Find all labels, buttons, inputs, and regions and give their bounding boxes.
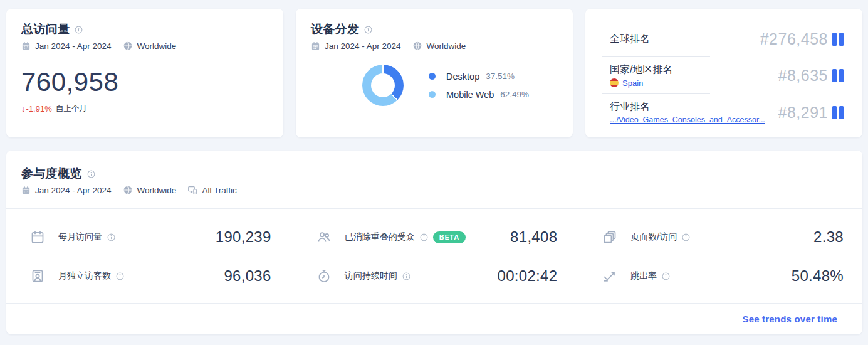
rankings-card: 全球排名 #276,458 国家/地区排名 Spain #8,635 (585, 9, 862, 137)
date-range: Jan 2024 - Apr 2024 (35, 186, 112, 195)
legend-label: Desktop (446, 72, 479, 82)
audience-icon (316, 230, 332, 245)
country-rank-value: #8,635 (778, 66, 828, 85)
metric-monthly-visits: 每月访问量 190,239 (30, 228, 271, 246)
metric-value: 96,036 (224, 267, 271, 285)
country-rank-label: 国家/地区排名 (610, 63, 672, 77)
globe-icon (123, 41, 133, 51)
industry-rank-row: 行业排名 .../Video_Games_Consoles_and_Access… (610, 94, 844, 130)
legend-percent: 62.49% (500, 90, 529, 99)
global-rank-value: #276,458 (760, 30, 828, 48)
donut-hole (371, 73, 395, 97)
metric-deduplicated-audience: 已消除重叠的受众 BETA 81,408 (316, 228, 558, 246)
globe-icon (412, 41, 422, 51)
calendar-icon (21, 41, 31, 51)
info-icon[interactable] (681, 233, 691, 242)
metric-value: 00:02:42 (498, 267, 558, 285)
desktop-legend-dot (429, 73, 436, 80)
info-icon[interactable] (402, 272, 411, 281)
legend-label: Mobile Web (446, 90, 494, 100)
info-icon[interactable] (86, 169, 96, 179)
info-icon[interactable] (74, 25, 83, 34)
info-icon[interactable] (419, 233, 429, 242)
unique-visitor-icon (30, 268, 45, 284)
industry-link[interactable]: .../Video_Games_Consoles_and_Accessor... (610, 115, 765, 124)
info-icon[interactable] (107, 233, 116, 242)
metric-label: 跳出率 (630, 270, 657, 282)
region-label: Worldwide (137, 186, 177, 195)
all-traffic-icon (187, 185, 197, 195)
legend-item-mobile-web: Mobile Web 62.49% (429, 90, 529, 100)
industry-rank-label: 行业排名 (610, 100, 765, 114)
monthly-visits-icon (30, 230, 45, 245)
metric-pages-per-visit: 页面数/访问 2.38 (602, 228, 844, 246)
region-label: Worldwide (137, 41, 177, 51)
top-cards-row: 总访问量 Jan 2024 - Apr 2024 Worldwide 760,9… (6, 9, 862, 137)
metric-value: 81,408 (510, 228, 557, 246)
rank-bars-icon (832, 69, 844, 82)
country-rank-row: 国家/地区排名 Spain #8,635 (610, 57, 844, 93)
metric-value: 50.48% (792, 267, 844, 285)
engagement-overview-card: 参与度概览 Jan 2024 - Apr 2024 Worldwide All … (6, 151, 862, 334)
region-label: Worldwide (427, 41, 466, 51)
rank-bars-icon (832, 33, 844, 46)
total-visits-card: 总访问量 Jan 2024 - Apr 2024 Worldwide 760,9… (6, 9, 283, 137)
down-arrow-icon: ↓ (21, 104, 26, 114)
mobile-web-legend-dot (429, 91, 436, 98)
legend-item-desktop: Desktop 37.51% (429, 72, 529, 82)
total-visits-title: 总访问量 (21, 21, 70, 38)
metric-label: 已消除重叠的受众 (345, 231, 415, 243)
industry-rank-value: #8,291 (778, 104, 828, 122)
calendar-icon (21, 186, 31, 195)
stopwatch-icon (316, 268, 332, 284)
legend-percent: 37.51% (486, 72, 515, 81)
device-donut (362, 65, 404, 106)
device-distribution-card: 设备分发 Jan 2024 - Apr 2024 Worldwide (296, 9, 573, 137)
global-rank-row: 全球排名 #276,458 (610, 21, 844, 56)
metric-label: 月独立访客数 (58, 270, 111, 282)
engagement-title: 参与度概览 (21, 166, 82, 182)
globe-icon (123, 185, 133, 195)
date-range: Jan 2024 - Apr 2024 (35, 41, 112, 51)
rank-bars-icon (832, 106, 844, 119)
info-icon[interactable] (661, 272, 671, 281)
device-legend: Desktop 37.51% Mobile Web 62.49% (429, 72, 529, 100)
country-link[interactable]: Spain (622, 78, 643, 88)
see-trends-link[interactable]: See trends over time (742, 314, 837, 324)
global-rank-label: 全球排名 (610, 33, 650, 46)
info-icon[interactable] (363, 25, 373, 34)
engagement-metrics-grid: 每月访问量 190,239 已消除重叠的受众 BETA 81,408 (6, 209, 862, 285)
metric-monthly-unique-visitors: 月独立访客数 96,036 (30, 267, 271, 285)
metric-bounce-rate: 跳出率 50.48% (602, 267, 844, 285)
metric-visit-duration: 访问持续时间 00:02:42 (316, 267, 558, 285)
metric-value: 190,239 (216, 228, 271, 246)
change-note: 自上个月 (56, 104, 87, 114)
beta-badge: BETA (433, 231, 466, 243)
metric-label: 页面数/访问 (630, 231, 677, 243)
spain-flag-icon (610, 78, 619, 87)
metric-label: 访问持续时间 (345, 270, 397, 282)
pages-icon (602, 230, 617, 245)
bounce-rate-icon (602, 268, 617, 284)
metric-value: 2.38 (813, 228, 844, 246)
traffic-filter-label: All Traffic (202, 186, 236, 195)
info-icon[interactable] (115, 272, 125, 281)
device-distribution-title: 设备分发 (311, 21, 359, 38)
total-visits-value: 760,958 (21, 67, 268, 97)
calendar-icon (311, 41, 320, 51)
date-range: Jan 2024 - Apr 2024 (325, 41, 401, 51)
metric-label: 每月访问量 (58, 231, 102, 243)
change-percent: -1.91% (26, 104, 52, 114)
